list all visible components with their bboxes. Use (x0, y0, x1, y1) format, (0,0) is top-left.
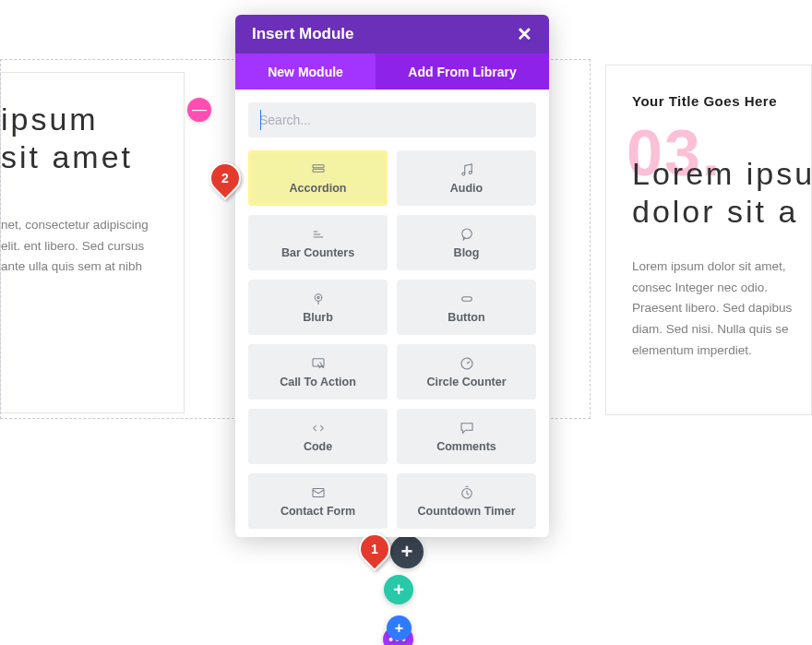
module-call-to-action[interactable]: Call To Action (248, 344, 388, 400)
svg-point-6 (316, 297, 318, 299)
module-audio[interactable]: Audio (397, 150, 536, 206)
modal-body: AccordionAudioBar CountersBlogBlurbButto… (235, 90, 549, 537)
svg-rect-10 (313, 489, 324, 497)
module-label: Blog (454, 246, 480, 259)
modal-header: Insert Module ✕ (235, 15, 549, 54)
gauge-icon (459, 355, 475, 372)
card-title-line1: ipsum (1, 102, 99, 137)
module-label: Call To Action (280, 376, 356, 388)
background-card-right: Your Title Goes Here 03. Lorem ipsu dolo… (605, 65, 812, 415)
card-title-line1: Lorem ipsu (632, 156, 812, 191)
module-label: Blurb (303, 311, 333, 324)
module-label: Circle Counter (426, 376, 506, 388)
comment-icon (459, 420, 475, 436)
module-label: Contact Form (281, 505, 355, 518)
music-icon (459, 161, 475, 178)
card-title-line2: sit amet (1, 139, 133, 174)
cards-icon (310, 161, 327, 178)
module-label: Button (448, 311, 484, 324)
svg-point-2 (461, 173, 464, 175)
insert-module-modal: Insert Module ✕ New Module Add From Libr… (235, 15, 549, 537)
search-input[interactable] (248, 102, 536, 137)
module-label: Accordion (290, 182, 347, 195)
module-comments[interactable]: Comments (397, 409, 536, 464)
module-accordion[interactable]: Accordion (248, 150, 388, 206)
tab-new-module[interactable]: New Module (235, 54, 376, 90)
module-code[interactable]: Code (248, 409, 388, 464)
svg-point-4 (461, 229, 472, 239)
card-title: ipsum sit amet (1, 101, 158, 176)
add-section-button[interactable]: + (387, 615, 412, 640)
svg-rect-1 (313, 170, 324, 173)
svg-point-5 (315, 294, 322, 302)
remove-module-button[interactable]: — (187, 98, 211, 122)
select-icon (310, 355, 327, 372)
module-label: Countdown Timer (417, 505, 515, 518)
svg-point-3 (469, 172, 472, 174)
code-icon (310, 420, 327, 436)
module-circle-counter[interactable]: Circle Counter (397, 344, 536, 400)
module-grid: AccordionAudioBar CountersBlogBlurbButto… (248, 150, 536, 529)
svg-rect-0 (313, 165, 324, 168)
card-body-text: net, consectetur adipiscing elit. ent li… (1, 215, 158, 279)
mail-icon (310, 484, 327, 501)
text-caret (260, 110, 261, 130)
pin-icon (310, 291, 327, 307)
plus-icon: + (401, 540, 413, 564)
plus-icon: + (393, 579, 404, 601)
module-label: Comments (436, 440, 496, 453)
plus-icon: + (395, 620, 403, 637)
module-button[interactable]: Button (397, 280, 536, 335)
callout-label: 1 (371, 542, 378, 556)
module-label: Bar Counters (281, 246, 354, 259)
chat-icon (459, 226, 475, 243)
card-title: Lorem ipsu dolor sit a (632, 155, 811, 231)
module-countdown-timer[interactable]: Countdown Timer (397, 473, 536, 529)
module-contact-form[interactable]: Contact Form (248, 473, 388, 529)
minus-icon: — (192, 102, 207, 118)
modal-title: Insert Module (252, 25, 354, 43)
card-eyebrow: Your Title Goes Here (632, 93, 811, 109)
svg-rect-7 (461, 297, 472, 302)
card-title-line2: dolor sit a (632, 194, 798, 229)
module-label: Code (304, 440, 332, 453)
button-icon (459, 291, 475, 307)
close-icon[interactable]: ✕ (517, 23, 532, 45)
background-card-left: ipsum sit amet net, consectetur adipisci… (0, 72, 185, 413)
module-bar-counters[interactable]: Bar Counters (248, 215, 388, 270)
tab-add-from-library[interactable]: Add From Library (376, 54, 549, 90)
card-body-text: Lorem ipsum dolor sit amet, consec Integ… (632, 257, 811, 363)
timer-icon (459, 484, 475, 501)
module-blurb[interactable]: Blurb (248, 280, 388, 335)
bars-icon (310, 226, 327, 243)
callout-label: 2 (221, 171, 229, 185)
module-label: Audio (450, 182, 483, 195)
module-blog[interactable]: Blog (397, 215, 536, 270)
add-row-button[interactable]: + (384, 575, 413, 604)
modal-tabs: New Module Add From Library (235, 54, 549, 90)
add-module-button[interactable]: + (390, 535, 424, 568)
